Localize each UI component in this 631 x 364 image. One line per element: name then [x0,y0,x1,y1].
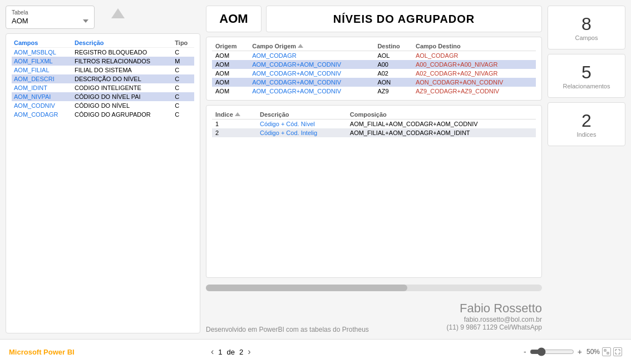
table-row: AOM AOM_CODAGR+AOM_CODNIV A00 A00_CODAGR… [212,60,536,69]
table-selector-label: Tabela [12,9,88,16]
col-destino: Destino [374,42,412,51]
pagination: ‹ 1 de 2 › [211,347,251,357]
field-descricao: CÓDIGO DO AGRUPADOR [72,110,172,119]
credit-name: Fabio Rossetto [447,301,542,316]
field-tipo: C [172,110,194,119]
rel-origem: AOM [212,78,249,87]
col-indice: Indice [212,110,257,119]
rel-campo-destino: AZ9_CODAGR+AZ9_CODNIV [412,87,536,96]
field-descricao: FILTROS RELACIONADOS [72,57,172,66]
idx-descricao: Código + Cód. Nível [257,119,347,129]
page-prev-button[interactable]: ‹ [211,347,214,357]
rel-campo-origem: AOM_CODAGR+AOM_CODNIV [249,69,374,78]
fields-table: Campos Descrição Tipo AOM_MSBLQL REGISTR… [6,33,200,333]
rel-campo-destino: AON_CODAGR+AON_CODNIV [412,78,536,87]
right-panel: 8 Campos 5 Relacionamentos 2 Indices [548,6,625,333]
rel-campo-origem: AOM_CODAGR+AOM_CODNIV [249,60,374,69]
col-campo-destino: Campo Destino [412,42,536,51]
rel-destino: A00 [374,60,412,69]
col-composicao: Composição [347,110,536,119]
rel-campo-origem: AOM_CODAGR+AOM_CODNIV [249,78,374,87]
field-tipo: C [172,66,194,74]
table-row: AOM_FILIAL FILIAL DO SISTEMA C [12,66,194,74]
field-descricao: FILIAL DO SISTEMA [72,66,172,74]
rel-destino: AON [374,78,412,87]
rel-campo-origem: AOM_CODAGR [249,51,374,61]
table-row: AOM AOM_CODAGR+AOM_CODNIV A02 A02_CODAGR… [212,69,536,78]
field-descricao: DESCRIÇÃO DO NÍVEL [72,74,172,83]
field-tipo: C [172,83,194,92]
field-campo: AOM_FILXML [12,57,72,66]
credit-section: Fabio Rossetto fabio.rossetto@bol.com.br… [447,299,542,333]
idx-descricao: Código + Cod. Intelig [257,128,347,137]
indices-table: Indice Descrição Composição 1 Código + C… [206,105,542,278]
sort-icon [111,8,125,18]
col-descricao: Descrição [72,38,172,48]
field-tipo: C [172,92,194,101]
field-descricao: CÓDIGO DO NÍVEL [72,101,172,110]
zoom-slider[interactable] [530,347,574,356]
field-campo: AOM_CODAGR [12,110,72,119]
col-indice-descricao: Descrição [257,110,347,119]
rel-destino: AOL [374,51,412,61]
stat-indices-number: 2 [554,111,619,131]
field-descricao: CÓDIGO DO NÍVEL PAI [72,92,172,101]
zoom-area: - + 50% [524,347,622,356]
table-row: AOM AOM_CODAGR+AOM_CODNIV AON AON_CODAGR… [212,78,536,87]
zoom-plus-button[interactable]: + [578,347,582,356]
page-next-button[interactable]: › [248,347,250,357]
field-tipo: M [172,57,194,66]
field-campo: AOM_NIVPAI [12,92,72,101]
middle-panel: AOM NÍVEIS DO AGRUPADOR Origem Campo Ori… [206,6,542,333]
table-row: AOM AOM_CODAGR+AOM_CODNIV AZ9 AZ9_CODAGR… [212,87,536,96]
rel-campo-destino: A00_CODAGR+A00_NIVAGR [412,60,536,69]
table-row: AOM_IDINT CODIGO INTELIGENTE C [12,83,194,92]
zoom-minus-button[interactable]: - [524,347,526,356]
rel-destino: AZ9 [374,87,412,96]
idx-composicao: AOM_FILIAL+AOM_CODAGR+AOM_IDINT [347,128,536,137]
col-campos: Campos [12,38,72,48]
sort-up-icon [298,44,303,48]
field-tipo: C [172,48,194,57]
rel-origem: AOM [212,60,249,69]
field-tipo: C [172,74,194,83]
left-panel: Tabela AOM Campos Descrição Tipo [6,6,200,333]
stat-indices: 2 Indices [548,102,625,146]
relations-table: Origem Campo Origem Destino Campo Destin… [206,37,542,101]
field-tipo: C [172,101,194,110]
field-campo: AOM_MSBLQL [12,48,72,57]
field-descricao: CODIGO INTELIGENTE [72,83,172,92]
sort-up-icon-2 [235,112,240,116]
table-selector[interactable]: Tabela AOM [6,6,95,29]
fullscreen-icon[interactable] [613,347,622,356]
field-campo: AOM_DESCRI [12,74,72,83]
field-campo: AOM_IDINT [12,83,72,92]
svg-rect-1 [607,352,609,354]
rel-origem: AOM [212,69,249,78]
agrupador-title: NÍVEIS DO AGRUPADOR [266,6,542,32]
rel-campo-destino: A02_CODAGR+A02_NIVAGR [412,69,536,78]
rel-destino: A02 [374,69,412,78]
table-row: AOM_FILXML FILTROS RELACIONADOS M [12,57,194,66]
credit-phone: (11) 9 9867 1129 Cel/WhatsApp [447,323,542,331]
table-row: AOM_CODNIV CÓDIGO DO NÍVEL C [12,101,194,110]
developed-text: Desenvolvido em PowerBI com as tabelas d… [206,326,369,333]
scrollbar[interactable] [206,285,542,291]
field-descricao: REGISTRO BLOQUEADO [72,48,172,57]
field-campo: AOM_FILIAL [12,66,72,74]
power-bi-link[interactable]: Microsoft Power BI [9,348,75,356]
svg-rect-0 [604,350,606,351]
col-campo-origem: Campo Origem [249,42,374,51]
stat-campos-label: Campos [554,34,619,41]
table-row: AOM_DESCRI DESCRIÇÃO DO NÍVEL C [12,74,194,83]
stat-relacionamentos: 5 Relacionamentos [548,54,625,98]
fit-page-icon[interactable] [602,347,611,356]
zoom-value: 50% [586,348,600,356]
table-row: 2 Código + Cod. Intelig AOM_FILIAL+AOM_C… [212,128,536,137]
table-row: AOM AOM_CODAGR AOL AOL_CODAGR [212,51,536,61]
col-tipo: Tipo [172,38,194,48]
stat-relacionamentos-label: Relacionamentos [554,83,619,89]
table-row: 1 Código + Cód. Nível AOM_FILIAL+AOM_COD… [212,119,536,129]
page-sep: de [227,348,235,356]
page-current: 1 [218,348,222,356]
